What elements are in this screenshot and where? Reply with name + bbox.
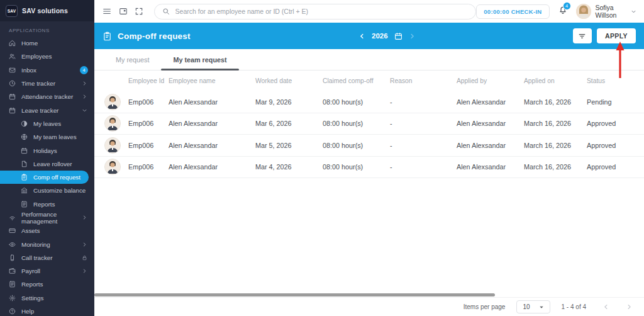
notifications-button[interactable]: 4 bbox=[558, 5, 568, 18]
chevron-right-icon bbox=[82, 81, 87, 86]
next-year-icon[interactable] bbox=[409, 33, 416, 40]
sidebar-item-help[interactable]: Help bbox=[0, 305, 94, 316]
sidebar-item-customize-balance[interactable]: Customize balance bbox=[0, 184, 94, 197]
chevron-down-icon bbox=[82, 108, 87, 113]
sidebar-item-label: Reports bbox=[33, 201, 55, 208]
sidebar-item-settings[interactable]: Settings bbox=[0, 291, 94, 305]
gear-icon bbox=[9, 295, 16, 302]
page-size-value: 10 bbox=[523, 303, 530, 310]
sidebar-item-inbox[interactable]: Inbox4 bbox=[0, 64, 94, 77]
sidebar-item-reports[interactable]: Reports bbox=[0, 198, 94, 211]
sidebar-item-performance-management[interactable]: Performance management bbox=[0, 211, 94, 224]
prev-year-icon[interactable] bbox=[358, 33, 365, 40]
report-icon bbox=[9, 281, 16, 288]
sidebar: SAV SAV solutions APPLICATIONS HomeEmplo… bbox=[0, 0, 94, 316]
chevron-right-icon bbox=[82, 215, 87, 220]
sidebar-item-home[interactable]: Home bbox=[0, 37, 94, 50]
sidebar-item-employees[interactable]: Employees bbox=[0, 50, 94, 63]
cell-worked-date: Mar 5, 2026 bbox=[255, 142, 323, 149]
sidebar-item-label: Customize balance bbox=[33, 187, 86, 194]
calendar-icon bbox=[9, 107, 16, 114]
sidebar-item-label: Time tracker bbox=[21, 80, 55, 87]
eye-icon bbox=[9, 241, 16, 248]
brand-header[interactable]: SAV SAV solutions bbox=[0, 0, 94, 21]
check-in-button[interactable]: 00:00:00 CHECK-IN bbox=[476, 4, 549, 19]
globe-icon bbox=[21, 133, 28, 140]
cell-employee-name: Alen Alexsandar bbox=[169, 98, 255, 106]
tab-my-request[interactable]: My request bbox=[104, 49, 161, 70]
sidebar-item-holidays[interactable]: Holidays bbox=[0, 144, 94, 157]
sidebar-item-label: Employees bbox=[21, 53, 52, 60]
column-header-claimed-comp-off: Claimed comp-off bbox=[323, 77, 390, 84]
cell-applied-on: March 16, 2026 bbox=[524, 120, 587, 127]
cell-applied-by: Alen Alexsandar bbox=[457, 98, 524, 106]
table-row[interactable]: Emp006Alen AlexsandarMar 4, 202608:00 ho… bbox=[94, 157, 644, 179]
home-icon bbox=[9, 40, 16, 47]
card-icon bbox=[9, 227, 16, 234]
employee-avatar bbox=[104, 115, 121, 132]
clipboard-icon bbox=[21, 174, 28, 181]
hamburger-menu-icon[interactable] bbox=[101, 4, 114, 18]
table-row[interactable]: Emp006Alen AlexsandarMar 6, 202608:00 ho… bbox=[94, 113, 644, 135]
column-header-worked-date: Worked date bbox=[255, 77, 323, 84]
sidebar-item-call-tracker[interactable]: Call tracker bbox=[0, 251, 94, 264]
cell-claimed: 08:00 hour(s) bbox=[323, 163, 390, 171]
sidebar-section-label: APPLICATIONS bbox=[0, 21, 94, 37]
sidebar-item-attendance-tracker[interactable]: Attendance tracker bbox=[0, 90, 94, 103]
table-row[interactable]: Emp006Alen AlexsandarMar 9, 202608:00 ho… bbox=[94, 91, 644, 113]
calendar-icon bbox=[21, 147, 28, 154]
sidebar-item-my-team-leaves[interactable]: My team leaves bbox=[0, 130, 94, 144]
tab-my-team-request[interactable]: My team request bbox=[161, 49, 238, 70]
cell-claimed: 08:00 hour(s) bbox=[323, 98, 390, 106]
sidebar-item-payroll[interactable]: Payroll bbox=[0, 264, 94, 278]
search-input[interactable] bbox=[175, 8, 469, 15]
phone-icon bbox=[9, 254, 16, 261]
topbar: 00:00:00 CHECK-IN 4 Sofiya Willson bbox=[94, 0, 644, 23]
performance-icon bbox=[9, 214, 16, 221]
sidebar-item-comp-off-request[interactable]: Comp off request bbox=[0, 171, 89, 184]
sidebar-item-monitoring[interactable]: Monitoring bbox=[0, 237, 94, 251]
report-icon bbox=[21, 201, 28, 208]
sidebar-item-label: Attendance tracker bbox=[21, 93, 73, 100]
cell-employee-name: Alen Alexsandar bbox=[169, 163, 255, 171]
comp-off-request-page: SAV SAV solutions APPLICATIONS HomeEmplo… bbox=[0, 0, 644, 316]
apply-button[interactable]: APPLY bbox=[597, 28, 636, 43]
sidebar-item-leave-tracker[interactable]: Leave tracker bbox=[0, 103, 94, 116]
clock-icon bbox=[9, 80, 16, 87]
filter-button[interactable] bbox=[573, 28, 592, 43]
chevron-right-icon bbox=[82, 268, 87, 274]
table-row[interactable]: Emp006Alen AlexsandarMar 5, 202608:00 ho… bbox=[94, 135, 644, 157]
horizontal-scrollbar[interactable] bbox=[94, 293, 495, 296]
chevron-right-icon bbox=[82, 94, 87, 99]
cell-claimed: 08:00 hour(s) bbox=[323, 120, 390, 127]
user-menu[interactable]: Sofiya Willson bbox=[576, 4, 637, 19]
sidebar-item-label: Call tracker bbox=[21, 254, 53, 261]
page-range-label: 1 - 4 of 4 bbox=[562, 303, 586, 310]
next-page-icon[interactable] bbox=[626, 303, 633, 310]
sidebar-item-leave-rollover[interactable]: Leave rollover bbox=[0, 157, 94, 171]
chevron-right-icon bbox=[82, 242, 87, 247]
page-size-select[interactable]: 10 bbox=[516, 300, 550, 313]
prev-page-icon[interactable] bbox=[602, 303, 609, 310]
user-name: Sofiya Willson bbox=[596, 4, 627, 19]
column-header-status: Status bbox=[587, 77, 644, 84]
contrast-icon bbox=[21, 120, 28, 127]
selected-year[interactable]: 2026 bbox=[372, 32, 388, 40]
cell-reason: - bbox=[390, 142, 457, 149]
file-icon bbox=[21, 161, 28, 167]
cell-employee-id: Emp006 bbox=[128, 163, 169, 171]
sidebar-item-assets[interactable]: Assets bbox=[0, 224, 94, 237]
cell-applied-on: March 16, 2026 bbox=[524, 142, 587, 149]
employee-avatar bbox=[104, 137, 121, 154]
employee-avatar-cell bbox=[101, 137, 128, 154]
sidebar-item-reports[interactable]: Reports bbox=[0, 278, 94, 291]
sidebar-item-time-tracker[interactable]: Time tracker bbox=[0, 77, 94, 90]
sidebar-nav: HomeEmployeesInbox4Time trackerAttendanc… bbox=[0, 37, 94, 316]
sidebar-item-my-leaves[interactable]: My leaves bbox=[0, 117, 94, 130]
notification-badge: 4 bbox=[563, 2, 571, 10]
sidebar-item-label: Reports bbox=[21, 281, 43, 288]
sidebar-item-label: Assets bbox=[21, 227, 40, 234]
fullscreen-icon[interactable] bbox=[133, 4, 146, 18]
calendar-picker-icon[interactable] bbox=[394, 32, 402, 40]
panel-toggle-icon[interactable] bbox=[117, 4, 130, 18]
